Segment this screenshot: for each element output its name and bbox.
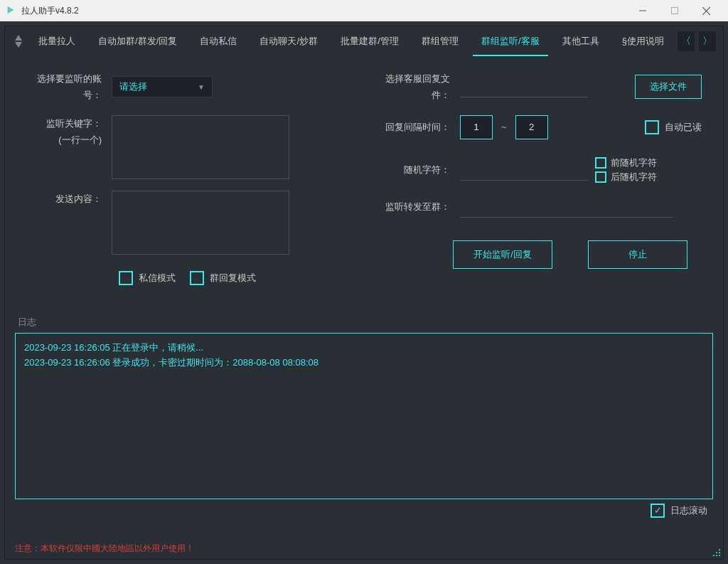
- log-line: 2023-09-23 16:26:06 登录成功，卡密过期时间为：2088-08…: [24, 356, 704, 371]
- svg-rect-1: [671, 8, 678, 14]
- log-scroll-label: 日志滚动: [670, 504, 707, 517]
- suffix-random-checkbox[interactable]: [595, 171, 606, 183]
- start-listen-button[interactable]: 开始监听/回复: [453, 240, 552, 269]
- window-titlebar: 拉人助手v4.8.2: [0, 0, 728, 21]
- forward-group-input[interactable]: [460, 196, 673, 218]
- tab-3[interactable]: 自动聊天/炒群: [251, 26, 326, 56]
- reply-file-label: 选择客服回复文件：: [375, 70, 460, 104]
- app-icon: [6, 5, 17, 16]
- svg-point-9: [719, 555, 720, 556]
- account-label: 选择要监听的账号：: [26, 70, 112, 104]
- send-content-textarea[interactable]: [112, 191, 289, 255]
- tab-2[interactable]: 自动私信: [191, 26, 245, 56]
- chevron-down-icon: ▼: [198, 83, 205, 91]
- private-mode-checkbox[interactable]: [119, 271, 133, 285]
- account-select[interactable]: 请选择 ▼: [112, 76, 213, 97]
- keywords-textarea[interactable]: [112, 115, 289, 179]
- svg-point-6: [719, 552, 720, 553]
- log-title: 日志: [15, 316, 713, 329]
- tab-5[interactable]: 群组管理: [413, 26, 467, 56]
- keywords-label: 监听关键字： (一行一个): [26, 115, 112, 149]
- tab-8[interactable]: §使用说明: [614, 26, 673, 56]
- svg-point-7: [713, 555, 714, 556]
- random-char-label: 随机字符：: [375, 161, 460, 178]
- svg-point-8: [716, 555, 717, 556]
- group-reply-mode-label: 群回复模式: [210, 272, 256, 284]
- warning-text: 注意：本软件仅限中國大陸地區以外用户使用！: [15, 543, 194, 555]
- svg-point-4: [719, 549, 720, 550]
- log-scroll-checkbox[interactable]: [651, 504, 665, 518]
- suffix-random-label: 后随机字符: [611, 171, 657, 183]
- auto-read-label: 自动已读: [665, 121, 702, 134]
- private-mode-label: 私信模式: [139, 272, 176, 284]
- maximize-button[interactable]: [658, 0, 690, 21]
- log-output[interactable]: 2023-09-23 16:26:05 正在登录中，请稍候...2023-09-…: [15, 333, 713, 499]
- tab-bar: 批量拉人自动加群/群发/回复自动私信自动聊天/炒群批量建群/管理群组管理群组监听…: [5, 26, 723, 56]
- tab-4[interactable]: 批量建群/管理: [332, 26, 407, 56]
- interval-separator: ~: [501, 122, 507, 132]
- interval-to-input[interactable]: [515, 115, 548, 139]
- send-content-label: 发送内容：: [26, 191, 112, 207]
- tab-1[interactable]: 自动加群/群发/回复: [90, 26, 186, 56]
- reply-file-input[interactable]: [460, 76, 588, 97]
- tab-7[interactable]: 其他工具: [554, 26, 608, 56]
- forward-group-label: 监听转发至群：: [375, 198, 460, 215]
- tab-prev-button[interactable]: 〈: [678, 31, 695, 51]
- interval-from-input[interactable]: [460, 115, 493, 139]
- tab-0[interactable]: 批量拉人: [30, 26, 84, 56]
- tab-6[interactable]: 群组监听/客服: [473, 26, 548, 56]
- log-line: 2023-09-23 16:26:05 正在登录中，请稍候...: [24, 341, 704, 356]
- tab-scroll-hint: [12, 26, 25, 56]
- prefix-random-checkbox[interactable]: [595, 157, 606, 169]
- group-reply-mode-checkbox[interactable]: [190, 271, 204, 285]
- choose-file-button[interactable]: 选择文件: [635, 75, 702, 99]
- svg-point-5: [716, 552, 717, 553]
- resize-grip[interactable]: [712, 548, 722, 558]
- interval-label: 回复间隔时间：: [375, 119, 460, 135]
- window-title: 拉人助手v4.8.2: [21, 5, 626, 17]
- prefix-random-label: 前随机字符: [611, 156, 657, 169]
- stop-button[interactable]: 停止: [588, 240, 687, 269]
- auto-read-checkbox[interactable]: [645, 120, 659, 134]
- account-select-value: 请选择: [119, 80, 147, 93]
- close-button[interactable]: [690, 0, 722, 21]
- random-char-input[interactable]: [460, 159, 588, 181]
- minimize-button[interactable]: [626, 0, 658, 21]
- tab-next-button[interactable]: 〉: [699, 31, 716, 51]
